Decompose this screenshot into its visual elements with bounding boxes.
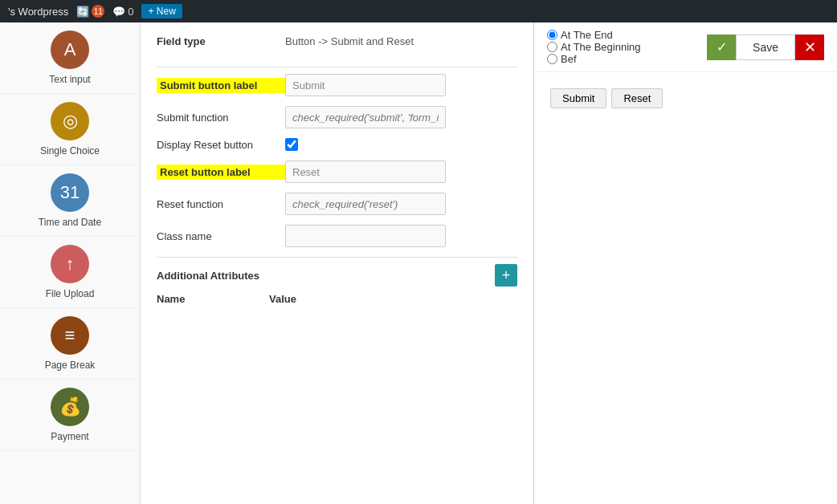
file-upload-icon: ↑ xyxy=(51,245,89,283)
top-bar: 's Wordpress 🔄 11 💬 0 + New xyxy=(0,0,837,22)
field-type-row: Field type Button -> Submit and Reset xyxy=(157,35,517,55)
preview-submit-button[interactable]: Submit xyxy=(550,88,606,108)
save-button[interactable]: Save xyxy=(736,35,795,60)
form-rows-container: Submit button labelSubmit functionDispla… xyxy=(157,74,517,247)
attrs-columns: Name Value xyxy=(157,293,517,305)
form-row-submit-function: Submit function xyxy=(157,106,517,128)
text-input-label: Text input xyxy=(49,74,90,85)
position-options: At The EndAt The BeginningBef xyxy=(547,29,641,65)
form-editor-inner: Field type Button -> Submit and Reset Su… xyxy=(141,22,533,504)
updates-count: 11 xyxy=(92,5,104,18)
form-row-submit-button-label: Submit button label xyxy=(157,74,517,96)
page-break-label: Page Break xyxy=(45,360,96,371)
position-radio-bef[interactable] xyxy=(547,54,557,64)
form-row-display-reset-button: Display Reset button xyxy=(157,138,517,151)
comments-count: 0 xyxy=(128,6,133,18)
form-row-reset-button-label: Reset button label xyxy=(157,161,517,183)
preview-content: Submit Reset xyxy=(534,72,837,504)
position-option-at-the-beginning[interactable]: At The Beginning xyxy=(547,41,641,53)
new-button[interactable]: + New xyxy=(141,4,182,18)
sidebar-item-single-choice[interactable]: ◎Single Choice xyxy=(0,94,140,165)
attrs-col-value: Value xyxy=(269,293,296,305)
discard-button[interactable]: ✕ xyxy=(795,35,824,60)
sidebar-item-text-input[interactable]: AText input xyxy=(0,22,140,94)
preview-toolbar: At The EndAt The BeginningBef ✓ Save ✕ xyxy=(534,22,837,72)
updates-icon[interactable]: 🔄 11 xyxy=(76,5,104,18)
display-reset-button-label: Display Reset button xyxy=(157,139,285,151)
position-option-bef[interactable]: Bef xyxy=(547,53,641,65)
preview-panel: At The EndAt The BeginningBef ✓ Save ✕ S… xyxy=(534,22,837,504)
single-choice-label: Single Choice xyxy=(40,145,100,156)
time-date-label: Time and Date xyxy=(39,217,101,228)
field-type-value: Button -> Submit and Reset xyxy=(285,35,414,47)
submit-function-label: Submit function xyxy=(157,112,285,124)
main-layout: AText input◎Single Choice31Time and Date… xyxy=(0,22,837,504)
sidebar-item-payment[interactable]: 💰Payment xyxy=(0,380,140,451)
sidebar: AText input◎Single Choice31Time and Date… xyxy=(0,22,141,504)
form-row-class-name: Class name xyxy=(157,225,517,247)
field-type-label: Field type xyxy=(157,35,285,47)
payment-icon: 💰 xyxy=(51,388,89,426)
form-editor-panel: Field type Button -> Submit and Reset Su… xyxy=(141,22,534,504)
form-row-reset-function: Reset function xyxy=(157,193,517,215)
text-input-icon: A xyxy=(51,30,89,69)
sidebar-item-time-date[interactable]: 31Time and Date xyxy=(0,165,140,237)
content-area: Field type Button -> Submit and Reset Su… xyxy=(141,22,837,504)
position-label-at-the-beginning: At The Beginning xyxy=(561,41,641,53)
save-section: ✓ Save ✕ xyxy=(707,35,824,60)
submit-function-input[interactable] xyxy=(285,106,446,128)
position-label-at-the-end: At The End xyxy=(561,29,613,41)
additional-attrs-header: Additional Attributes + xyxy=(157,264,517,287)
preview-reset-button[interactable]: Reset xyxy=(611,88,663,108)
additional-attrs-label: Additional Attributes xyxy=(157,270,495,282)
site-name[interactable]: 's Wordpress xyxy=(8,6,68,18)
single-choice-icon: ◎ xyxy=(51,102,89,140)
divider-top xyxy=(157,67,517,67)
class-name-label: Class name xyxy=(157,230,285,242)
comments-icon[interactable]: 💬 0 xyxy=(112,6,133,18)
file-upload-label: File Upload xyxy=(46,288,95,299)
submit-button-label-label: Submit button label xyxy=(157,78,285,93)
divider-mid xyxy=(157,257,517,258)
reset-function-label: Reset function xyxy=(157,198,285,210)
payment-label: Payment xyxy=(51,431,88,442)
preview-buttons: Submit Reset xyxy=(550,88,821,108)
display-reset-button-checkbox[interactable] xyxy=(285,138,298,151)
position-label-bef: Bef xyxy=(561,53,577,65)
reset-function-input[interactable] xyxy=(285,193,446,215)
sidebar-item-page-break[interactable]: ≡Page Break xyxy=(0,308,140,380)
reset-button-label-label: Reset button label xyxy=(157,165,285,180)
position-radio-at-the-beginning[interactable] xyxy=(547,42,557,52)
submit-button-label-input[interactable] xyxy=(285,74,446,96)
attrs-col-name: Name xyxy=(157,293,253,305)
class-name-input[interactable] xyxy=(285,225,446,247)
time-date-icon: 31 xyxy=(51,173,89,212)
save-check-button[interactable]: ✓ xyxy=(707,35,736,60)
reset-button-label-input[interactable] xyxy=(285,161,446,183)
position-option-at-the-end[interactable]: At The End xyxy=(547,29,641,41)
sidebar-item-file-upload[interactable]: ↑File Upload xyxy=(0,237,140,308)
position-radio-at-the-end[interactable] xyxy=(547,30,557,40)
add-attribute-button[interactable]: + xyxy=(495,264,517,287)
page-break-icon: ≡ xyxy=(51,316,89,355)
